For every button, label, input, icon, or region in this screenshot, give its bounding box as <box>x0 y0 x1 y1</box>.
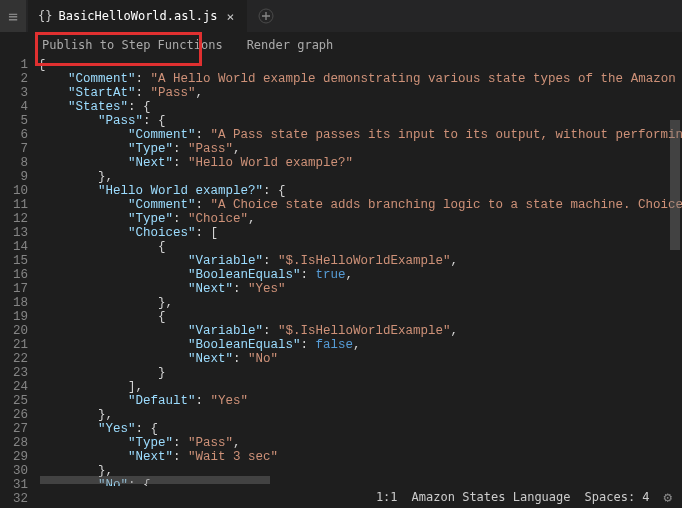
code-line[interactable]: "Variable": "$.IsHelloWorldExample", <box>38 324 682 338</box>
status-bar: 1:1 Amazon States Language Spaces: 4 ⚙ <box>366 486 682 508</box>
indentation[interactable]: Spaces: 4 <box>585 490 650 504</box>
code-line[interactable]: "Hello World example?": { <box>38 184 682 198</box>
code-lens-bar: Publish to Step Functions Render graph <box>0 32 682 58</box>
code-line[interactable]: }, <box>38 170 682 184</box>
code-line[interactable]: { <box>38 310 682 324</box>
editor-area[interactable]: 1234567891011121314151617181920212223242… <box>0 58 682 486</box>
code-line[interactable]: "Next": "Yes" <box>38 282 682 296</box>
code-content[interactable]: { "Comment": "A Hello World example demo… <box>38 58 682 486</box>
tab-bar: {} BasicHelloWorld.asl.js × <box>0 0 682 32</box>
code-line[interactable]: } <box>38 366 682 380</box>
code-line[interactable]: "Default": "Yes" <box>38 394 682 408</box>
code-line[interactable]: "Type": "Pass", <box>38 142 682 156</box>
code-line[interactable]: { <box>38 240 682 254</box>
json-file-icon: {} <box>38 9 52 23</box>
code-line[interactable]: "StartAt": "Pass", <box>38 86 682 100</box>
code-line[interactable]: "Variable": "$.IsHelloWorldExample", <box>38 254 682 268</box>
gear-icon[interactable]: ⚙ <box>664 489 672 505</box>
language-mode[interactable]: Amazon States Language <box>412 490 571 504</box>
code-line[interactable]: "Comment": "A Hello World example demons… <box>38 72 682 86</box>
code-line[interactable]: "Choices": [ <box>38 226 682 240</box>
code-line[interactable]: "Yes": { <box>38 422 682 436</box>
code-line[interactable]: "Next": "Hello World example?" <box>38 156 682 170</box>
code-line[interactable]: "Type": "Choice", <box>38 212 682 226</box>
code-line[interactable]: "Next": "Wait 3 sec" <box>38 450 682 464</box>
cursor-position[interactable]: 1:1 <box>376 490 398 504</box>
new-tab-button[interactable] <box>248 0 284 32</box>
code-line[interactable]: }, <box>38 296 682 310</box>
plus-icon <box>258 8 274 24</box>
code-line[interactable]: { <box>38 58 682 72</box>
code-line[interactable]: "BooleanEquals": true, <box>38 268 682 282</box>
code-line[interactable]: "Type": "Pass", <box>38 436 682 450</box>
editor-tab[interactable]: {} BasicHelloWorld.asl.js × <box>28 0 248 32</box>
code-line[interactable]: "Comment": "A Choice state adds branchin… <box>38 198 682 212</box>
code-line[interactable]: "States": { <box>38 100 682 114</box>
line-number-gutter: 1234567891011121314151617181920212223242… <box>0 58 38 486</box>
code-line[interactable]: ], <box>38 380 682 394</box>
code-line[interactable]: "BooleanEquals": false, <box>38 338 682 352</box>
horizontal-scrollbar[interactable] <box>40 476 270 484</box>
render-graph-link[interactable]: Render graph <box>247 38 334 52</box>
code-line[interactable]: "Next": "No" <box>38 352 682 366</box>
activity-bar-menu-icon[interactable]: ≡ <box>0 0 26 32</box>
code-line[interactable]: }, <box>38 408 682 422</box>
vertical-scrollbar[interactable] <box>670 120 680 250</box>
code-line[interactable]: "Comment": "A Pass state passes its inpu… <box>38 128 682 142</box>
code-line[interactable]: "Pass": { <box>38 114 682 128</box>
publish-step-functions-link[interactable]: Publish to Step Functions <box>42 38 223 52</box>
close-tab-icon[interactable]: × <box>223 9 237 24</box>
tab-filename: BasicHelloWorld.asl.js <box>58 9 217 23</box>
